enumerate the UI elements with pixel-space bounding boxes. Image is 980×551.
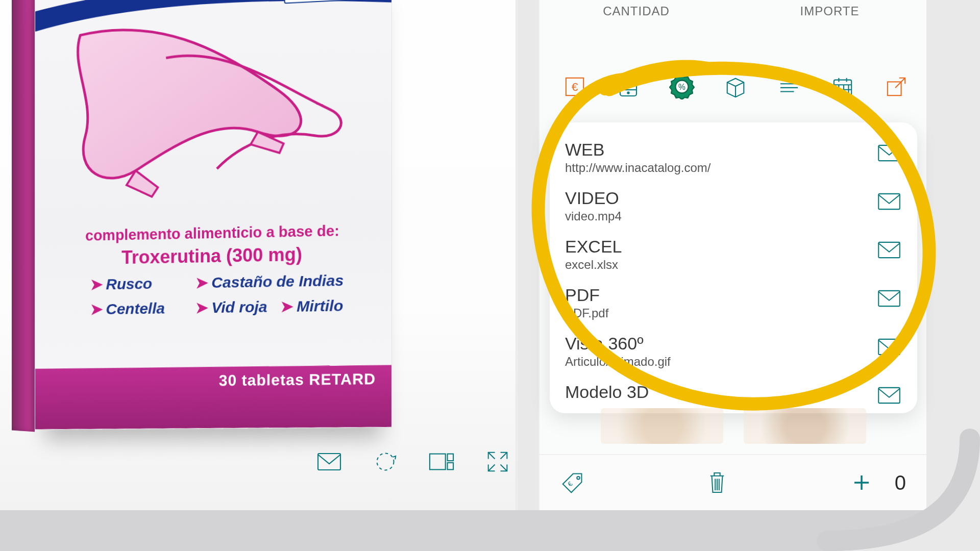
attachment-title: VIDEO: [565, 188, 876, 208]
order-header: CANTIDAD IMPORTE: [540, 0, 926, 46]
attachment-title: Modelo 3D: [565, 382, 876, 402]
rotate-icon[interactable]: [373, 449, 398, 474]
send-mail-icon[interactable]: [876, 288, 902, 309]
detail-iconbar: € %: [560, 66, 911, 107]
order-count: 0: [895, 471, 906, 494]
svg-rect-2: [430, 454, 446, 470]
svg-point-12: [627, 92, 629, 93]
mail-icon[interactable]: [316, 449, 342, 474]
herb-castano: Castaño de Indias: [211, 272, 344, 291]
thumbnail-strip: [601, 408, 866, 444]
left-toolbar: [316, 444, 510, 480]
attachment-item[interactable]: Vista 360ºArticuloAnimado.gif: [565, 328, 902, 376]
catalog-icon[interactable]: [614, 72, 643, 102]
svg-point-34: [577, 477, 580, 480]
product-box: RETARD complemento alimenticio a base de…: [12, 0, 399, 437]
svg-point-11: [627, 86, 629, 87]
send-mail-icon[interactable]: [876, 240, 902, 260]
expand-icon[interactable]: [485, 449, 510, 474]
send-mail-icon[interactable]: [876, 337, 902, 357]
calendar-icon[interactable]: [828, 72, 857, 102]
send-mail-icon[interactable]: [876, 191, 902, 212]
attachment-item[interactable]: VIDEOvideo.mp4: [565, 182, 902, 231]
attachment-sub: http://www.inacatalog.com/: [565, 161, 876, 175]
attachment-item[interactable]: WEBhttp://www.inacatalog.com/: [565, 134, 902, 182]
send-mail-icon[interactable]: [876, 385, 902, 406]
attachment-sub: ArticuloAnimado.gif: [565, 355, 876, 369]
svg-point-10: [627, 80, 629, 81]
box-bottom-strip: 30 tabletas RETARD: [35, 365, 391, 429]
attachment-title: WEB: [565, 140, 876, 160]
herb-grid: ➤Rusco ➤Centella ➤Castaño de Indias ➤Vid…: [90, 271, 356, 325]
svg-point-1: [377, 454, 394, 470]
tablet-count: 30 tabletas RETARD: [219, 370, 376, 389]
herb-centella: Centella: [106, 299, 165, 317]
svg-rect-32: [878, 339, 900, 355]
attachment-sub: PDF.pdf: [565, 306, 876, 320]
svg-rect-3: [448, 454, 454, 461]
price-tag-icon[interactable]: €: [560, 470, 585, 495]
svg-rect-28: [878, 145, 900, 161]
attachment-sub: excel.xlsx: [565, 258, 876, 272]
comp-line: complemento alimenticio a base de:: [35, 221, 391, 245]
share-icon[interactable]: [881, 72, 911, 102]
herb-rusco: Rusco: [106, 275, 152, 292]
svg-text:€: €: [572, 80, 578, 93]
box-front: RETARD complemento alimenticio a base de…: [35, 0, 392, 430]
package-icon[interactable]: [721, 72, 750, 102]
attachment-title: PDF: [565, 285, 876, 305]
legs-illustration: [65, 11, 351, 213]
svg-rect-31: [878, 291, 900, 306]
price-icon[interactable]: €: [560, 72, 590, 102]
layout-icon[interactable]: [429, 449, 454, 474]
list-icon[interactable]: [774, 72, 804, 102]
attachments-popover: WEBhttp://www.inacatalog.com/VIDEOvideo.…: [550, 122, 917, 413]
header-amount: IMPORTE: [733, 4, 926, 18]
divider: [517, 0, 518, 510]
herb-mirtilo: Mirtilo: [297, 297, 343, 315]
send-mail-icon[interactable]: [876, 143, 902, 163]
svg-rect-30: [878, 242, 900, 258]
svg-rect-0: [318, 454, 340, 470]
attachment-title: Vista 360º: [565, 334, 876, 354]
comp-main: Troxerutina (300 mg): [35, 242, 391, 270]
attachment-title: EXCEL: [565, 237, 876, 257]
svg-rect-29: [878, 194, 900, 209]
attachment-sub: video.mp4: [565, 209, 876, 223]
discount-badge-icon[interactable]: %: [667, 72, 697, 102]
svg-text:€: €: [566, 480, 574, 488]
attachment-item[interactable]: Modelo 3D: [565, 376, 902, 413]
herb-vidroja: Vid roja: [211, 298, 267, 316]
svg-text:%: %: [678, 83, 685, 91]
attachment-item[interactable]: EXCELexcel.xlsx: [565, 231, 902, 279]
attachment-item[interactable]: PDFPDF.pdf: [565, 279, 902, 328]
svg-rect-4: [448, 463, 454, 469]
order-footer: € 0: [540, 454, 926, 510]
add-icon[interactable]: [849, 470, 874, 495]
svg-rect-33: [878, 388, 900, 403]
header-qty: CANTIDAD: [540, 4, 733, 18]
bottom-bar: [0, 510, 980, 551]
order-side-panel: CANTIDAD IMPORTE € %: [538, 0, 926, 510]
trash-icon[interactable]: [704, 470, 730, 495]
box-side: [12, 0, 35, 432]
product-preview-pane: RETARD complemento alimenticio a base de…: [0, 0, 516, 510]
